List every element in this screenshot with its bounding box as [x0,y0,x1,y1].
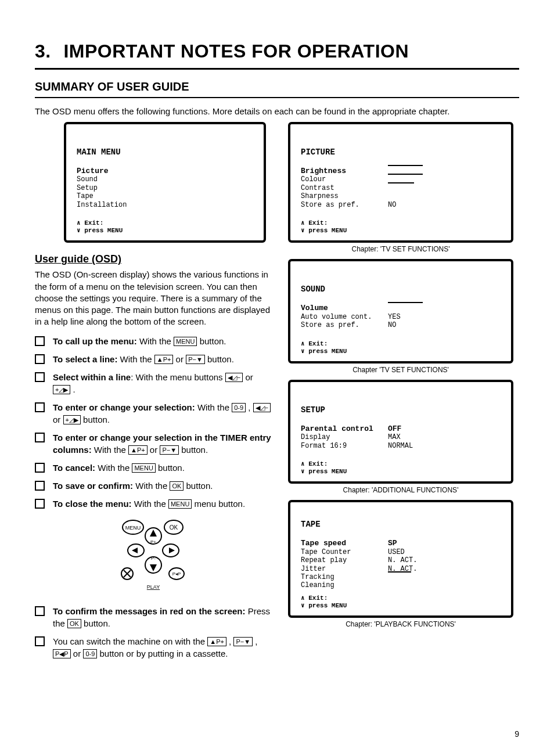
svg-text:OK: OK [170,524,178,531]
svg-marker-9 [150,564,157,571]
divider [35,68,519,70]
instruction-list: To call up the menu: With the MENU butto… [35,335,272,510]
osd-title: SETUP [301,405,501,415]
menu-button: MENU [168,499,192,509]
slider-icon [388,302,423,311]
osd-picture: PICTURE Brightness Colour Contrast Sharp… [288,122,513,243]
intro-text: The OSD menu offers the following functi… [35,106,519,116]
svg-text:P◂P: P◂P [172,571,181,577]
list-item: To select a line: With the ▲P+ or P−▼ bu… [35,353,272,365]
chapter-reference: Chapter 'TV SET FUNCTIONS' [288,366,513,374]
osd-item: Setup [77,184,253,192]
checkbox-icon [35,336,45,346]
ok-button: OK [67,619,81,628]
chapter-number: 3. [35,41,58,62]
osd-highlight: Parental control [301,424,388,434]
svg-text:P-: P- [151,556,156,561]
list-item: To confirm the messages in red on the sc… [35,605,272,629]
p-minus-button: P−▼ [186,355,205,364]
osd-exit-line: ∧ Exit: [301,595,501,602]
slider-icon [388,571,411,579]
osd-highlight: Tape speed [301,539,388,548]
guide-title: User guide (OSD) [35,253,272,265]
right-button: +◿▶ [53,385,70,394]
osd-exit-line: ∨ press MENU [301,227,501,235]
slider-icon [388,174,423,182]
ok-button: OK [170,481,184,491]
list-item: You can switch the machine on with the ▲… [35,635,272,660]
osd-highlight: Brightness [301,167,388,176]
checkbox-icon [35,499,45,509]
checkbox-icon [35,606,45,616]
svg-text:PLAY: PLAY [147,584,160,590]
menu-button: MENU [174,337,197,346]
p-minus-button: P−▼ [233,637,253,646]
svg-marker-11 [169,548,175,553]
chapter-reference: Chapter: 'TV SET FUNCTIONS' [288,245,513,253]
checkbox-icon [35,433,45,442]
digits-button: 0-9 [232,403,246,412]
left-button: ◀◿− [253,403,271,412]
chapter-title: 3. IMPORTANT NOTES FOR OPERATION [35,41,519,62]
p-plus-button: ▲P+ [154,355,174,364]
checkbox-icon [35,636,45,646]
osd-title: MAIN MENU [77,147,253,157]
right-button: +◿▶ [63,415,81,424]
list-item: To cancel: With the MENU button. [35,462,272,474]
checkbox-icon [35,354,45,364]
osd-exit-line: ∨ press MENU [301,468,501,476]
osd-exit-line: ∨ press MENU [301,602,501,610]
osd-exit-line: ∧ Exit: [77,219,253,227]
osd-exit-line: ∨ press MENU [77,227,253,235]
section-title: SUMMARY OF USER GUIDE [35,80,519,93]
instruction-list-2: To confirm the messages in red on the sc… [35,605,272,660]
remote-illustration: MENU OK P+ P- P◂P PLAY [35,516,272,599]
osd-main-menu: MAIN MENU Picture Sound Setup Tape Insta… [64,122,266,243]
checkbox-icon [35,372,45,382]
osd-exit-line: ∧ Exit: [301,340,501,348]
svg-text:MENU: MENU [125,525,141,531]
osd-item: Tape [77,192,253,200]
left-button: ◀◿− [225,373,243,382]
list-item: To close the menu: With the MENU menu bu… [35,498,272,510]
osd-title: SOUND [301,285,501,294]
list-item: To enter or change your selection in the… [35,431,272,456]
p-swap-button: P◀P [53,649,71,658]
divider [35,97,519,98]
p-plus-button: ▲P+ [207,637,226,646]
p-plus-button: ▲P+ [128,445,148,455]
checkbox-icon [35,402,45,412]
osd-setup: SETUP Parental controlOFF DisplayMAX For… [288,380,513,484]
digits-button: 0-9 [83,649,97,658]
osd-exit-line: ∨ press MENU [301,348,501,355]
osd-item: Sound [77,175,253,183]
osd-exit-line: ∧ Exit: [301,219,501,227]
checkbox-icon [35,481,45,491]
svg-text:P+: P+ [150,539,156,545]
list-item: To call up the menu: With the MENU butto… [35,335,272,347]
chapter-reference: Chapter: 'ADDITIONAL FUNCTIONS' [288,486,513,494]
chapter-text: IMPORTANT NOTES FOR OPERATION [63,41,409,62]
svg-marker-10 [132,548,138,553]
list-item: To enter or change your selection: With … [35,401,272,426]
osd-item: Installation [77,201,253,209]
slider-icon [388,182,414,190]
guide-body: The OSD (On-screen display) shows the va… [35,269,272,327]
list-item: Select within a line: With the menu butt… [35,371,272,395]
osd-highlight: Picture [77,167,253,176]
osd-title: PICTURE [301,147,501,157]
svg-marker-8 [150,530,157,537]
slider-icon [388,165,423,174]
list-item: To save or confirm: With the OK button. [35,480,272,492]
osd-highlight: Volume [301,304,388,313]
osd-exit-line: ∧ Exit: [301,460,501,468]
menu-button: MENU [132,463,155,473]
osd-tape: TAPE Tape speedSP Tape CounterUSED Repea… [288,500,513,618]
chapter-reference: Chapter: 'PLAYBACK FUNCTIONS' [288,620,513,628]
osd-sound: SOUND Volume Auto volume cont.YES Store … [288,259,513,363]
checkbox-icon [35,463,45,473]
p-minus-button: P−▼ [160,445,179,455]
osd-title: TAPE [301,520,501,530]
